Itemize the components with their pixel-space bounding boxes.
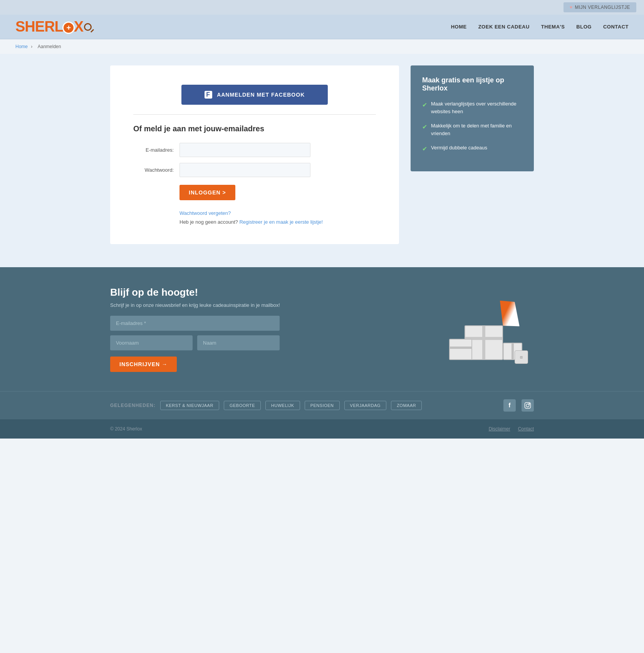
footer-tag-zomaar[interactable]: ZOMAAR: [391, 401, 422, 410]
login-card: f AANMELDEN MET FACEBOOK Of meld je aan …: [110, 65, 399, 244]
links-area: Wachtwoord vergeten? Heb je nog geen acc…: [179, 210, 376, 225]
logo[interactable]: SHERLX: [15, 18, 92, 35]
footer-copyright: © 2024 Sherlox Disclaimer Contact: [0, 419, 644, 439]
checkmark-icon: ✔: [422, 122, 427, 132]
newsletter-firstname-input[interactable]: [110, 335, 193, 350]
dice-icon: ⚄: [515, 350, 528, 364]
footer-tags-section: GELEGENHEDEN: KERST & NIEUWJAAR GEBOORTE…: [0, 391, 644, 419]
main-content: f AANMELDEN MET FACEBOOK Of meld je aan …: [0, 54, 644, 267]
forgot-password-link[interactable]: Wachtwoord vergeten?: [179, 210, 231, 216]
breadcrumb-separator: ›: [31, 44, 34, 49]
email-form-group: E-mailadres:: [133, 143, 376, 157]
list-item: ✔ Maak verlanglijstjes over verschillend…: [422, 100, 522, 115]
footer-links: Disclaimer Contact: [489, 426, 534, 432]
list-item-text: Vermijd dubbele cadeaus: [431, 144, 487, 152]
newsletter-section: Blijf op de hoogte! Schrijf je in op onz…: [0, 267, 644, 391]
heart-icon: ♥: [570, 5, 573, 10]
password-form-group: Wachtwoord:: [133, 163, 376, 177]
footer-tags-label: GELEGENHEDEN:: [110, 403, 156, 408]
facebook-icon: f: [205, 91, 212, 99]
newsletter-title: Blijf op de hoogte!: [110, 286, 426, 298]
newsletter-lastname-input[interactable]: [197, 335, 280, 350]
footer-tag-pensioen[interactable]: PENSIOEN: [305, 401, 340, 410]
list-item: ✔ Vermijd dubbele cadeaus: [422, 144, 522, 154]
nav-zoek-cadeau[interactable]: ZOEK EEN CADEAU: [478, 24, 530, 30]
name-inputs: [110, 335, 280, 350]
checkmark-icon: ✔: [422, 144, 427, 154]
form-title: Of meld je aan met jouw-emailadres: [133, 124, 376, 133]
side-card: Maak gratis een lijstje op Sherlox ✔ Maa…: [411, 65, 534, 171]
wishlist-button[interactable]: ♥ MIJN VERLANGLIJSTJE: [564, 2, 636, 12]
breadcrumb-home[interactable]: Home: [15, 44, 28, 49]
nav-themas[interactable]: THEMA'S: [541, 24, 565, 30]
copyright-text: © 2024 Sherlox: [110, 426, 142, 432]
content-wrapper: f AANMELDEN MET FACEBOOK Of meld je aan …: [110, 65, 534, 244]
side-card-title: Maak gratis een lijstje op Sherlox: [422, 76, 522, 92]
header: SHERLX HOME ZOEK EEN CADEAU THEMA'S BLOG…: [0, 15, 644, 39]
logo-text: SHERLX: [15, 18, 83, 35]
password-label: Wachtwoord:: [133, 167, 179, 173]
register-link[interactable]: Registreer je en maak je eerste lijstje!: [239, 219, 323, 225]
checkmark-icon: ✔: [422, 100, 427, 110]
logo-circle-icon: [62, 22, 75, 34]
newsletter-illustration: ⚄: [441, 291, 534, 368]
breadcrumb: Home › Aanmelden: [0, 39, 644, 54]
login-button[interactable]: INLOGGEN >: [179, 185, 235, 200]
footer-tag-geboorte[interactable]: GEBOORTE: [224, 401, 261, 410]
footer-tag-huwelijk[interactable]: HUWELIJK: [265, 401, 300, 410]
nav-home[interactable]: HOME: [451, 24, 467, 30]
gift-box-small1: [449, 339, 472, 360]
no-account-text: Heb je nog geen account? Registreer je e…: [179, 219, 376, 225]
breadcrumb-current: Aanmelden: [38, 44, 61, 49]
divider: [133, 114, 376, 115]
main-nav: HOME ZOEK EEN CADEAU THEMA'S BLOG CONTAC…: [451, 24, 629, 30]
footer-copyright-inner: © 2024 Sherlox Disclaimer Contact: [110, 426, 534, 432]
svg-point-2: [529, 404, 530, 404]
side-card-list: ✔ Maak verlanglijstjes over verschillend…: [422, 100, 522, 154]
nav-blog[interactable]: BLOG: [576, 24, 592, 30]
gift-illustration: ⚄: [445, 291, 530, 368]
password-input[interactable]: [179, 163, 310, 177]
magnifier-icon: [84, 23, 92, 31]
facebook-social-icon[interactable]: f: [503, 399, 516, 412]
newsletter-email-input[interactable]: [110, 316, 280, 331]
nav-contact[interactable]: CONTACT: [603, 24, 629, 30]
footer-tag-verjaardag[interactable]: VERJAARDAG: [344, 401, 387, 410]
footer-socials: f: [503, 399, 534, 412]
svg-point-1: [526, 404, 529, 407]
facebook-login-button[interactable]: f AANMELDEN MET FACEBOOK: [181, 85, 328, 105]
newsletter-subtitle: Schrijf je in op onze nieuwsbrief en kri…: [110, 302, 426, 308]
top-bar: ♥ MIJN VERLANGLIJSTJE: [0, 0, 644, 15]
list-item-text: Makkelijk om te delen met familie en vri…: [431, 122, 522, 137]
disclaimer-link[interactable]: Disclaimer: [489, 426, 510, 432]
newsletter-inner: Blijf op de hoogte! Schrijf je in op onz…: [110, 286, 534, 372]
email-input[interactable]: [179, 143, 310, 157]
newsletter-left: Blijf op de hoogte! Schrijf je in op onz…: [110, 286, 426, 372]
footer-tag-kerst[interactable]: KERST & NIEUWJAAR: [160, 401, 219, 410]
email-label: E-mailadres:: [133, 147, 179, 153]
contact-link[interactable]: Contact: [518, 426, 534, 432]
instagram-social-icon[interactable]: [522, 399, 534, 412]
list-item-text: Maak verlanglijstjes over verschillende …: [431, 100, 522, 115]
subscribe-button[interactable]: INSCHRIJVEN →: [110, 357, 177, 372]
list-item: ✔ Makkelijk om te delen met familie en v…: [422, 122, 522, 137]
footer-tags-row: GELEGENHEDEN: KERST & NIEUWJAAR GEBOORTE…: [110, 399, 534, 412]
